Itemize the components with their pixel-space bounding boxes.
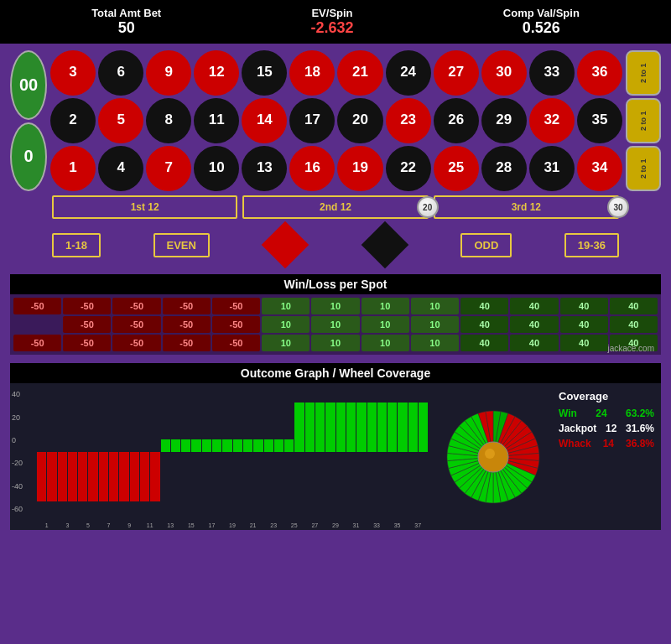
bar-25 bbox=[294, 390, 304, 513]
two-to-one-mid[interactable]: 2 to 1 bbox=[626, 98, 661, 143]
num-cell-13[interactable]: 13 bbox=[242, 146, 287, 191]
num-cell-6[interactable]: 6 bbox=[98, 50, 143, 96]
bar-14 bbox=[181, 390, 190, 513]
num-cell-16[interactable]: 16 bbox=[289, 146, 335, 191]
zeros-col: 00 0 bbox=[10, 50, 47, 191]
total-amt-bet-value: 50 bbox=[91, 19, 161, 37]
num-cell-25[interactable]: 25 bbox=[434, 146, 479, 191]
ball-20: 20 bbox=[417, 196, 439, 218]
bar-26 bbox=[305, 390, 315, 513]
num-cell-15[interactable]: 15 bbox=[242, 50, 287, 96]
bar-28 bbox=[325, 390, 335, 513]
bar-31 bbox=[356, 390, 366, 513]
bet-19-36[interactable]: 19-36 bbox=[564, 233, 619, 257]
wl-cell-2-4: -50 bbox=[212, 335, 260, 351]
two-to-one-top[interactable]: 2 to 1 bbox=[626, 50, 661, 96]
coverage-jackpot-count: 12 bbox=[606, 423, 616, 434]
wl-cell-2-5: 10 bbox=[262, 335, 309, 351]
num-cell-24[interactable]: 24 bbox=[386, 50, 431, 96]
num-cell-34[interactable]: 34 bbox=[577, 146, 622, 191]
num-cell-17[interactable]: 17 bbox=[289, 98, 335, 143]
coverage-jackpot-pct: 31.6% bbox=[626, 423, 654, 434]
num-cell-28[interactable]: 28 bbox=[481, 146, 527, 191]
bet-odd[interactable]: ODD bbox=[460, 233, 512, 257]
coverage-jackpot-row: Jackpot 12 31.6% bbox=[559, 423, 654, 434]
wl-cell-2-11: 40 bbox=[560, 335, 608, 351]
x-axis-labels: 135791113151719212325272931333537 bbox=[37, 522, 428, 528]
wl-cell-1-9: 40 bbox=[460, 316, 508, 333]
num-cell-5[interactable]: 5 bbox=[98, 98, 143, 143]
num-cell-27[interactable]: 27 bbox=[434, 50, 479, 96]
coverage-win-pct: 63.2% bbox=[626, 408, 654, 419]
bar-6 bbox=[99, 390, 108, 513]
bar-18 bbox=[222, 390, 231, 513]
total-amt-bet-col: Total Amt Bet 50 bbox=[91, 7, 161, 37]
num-cell-12[interactable]: 12 bbox=[194, 50, 239, 96]
num-cell-29[interactable]: 29 bbox=[481, 98, 527, 143]
comp-val-spin-value: 0.526 bbox=[503, 19, 580, 37]
black-diamond[interactable] bbox=[362, 221, 409, 269]
dozen2-bet[interactable]: 2nd 12 20 bbox=[242, 195, 428, 219]
outcome-content: 40 20 0 -20 -40 -60 13579111315171921232… bbox=[10, 383, 661, 530]
dozen1-bet[interactable]: 1st 12 bbox=[52, 195, 237, 219]
num-cell-8[interactable]: 8 bbox=[146, 98, 191, 143]
bar-4 bbox=[78, 390, 87, 513]
red-diamond-wrapper bbox=[262, 224, 309, 266]
num-cell-11[interactable]: 11 bbox=[194, 98, 239, 143]
wl-cell-0-0: -50 bbox=[13, 298, 61, 314]
bar-36 bbox=[408, 390, 418, 513]
coverage-title: Coverage bbox=[559, 390, 654, 402]
wl-cell-0-11: 40 bbox=[560, 298, 608, 314]
bar-23 bbox=[274, 390, 283, 513]
dozen3-bet[interactable]: 3rd 12 30 bbox=[434, 195, 619, 219]
num-cell-10[interactable]: 10 bbox=[194, 146, 239, 191]
zero-0[interactable]: 0 bbox=[10, 122, 47, 192]
y-axis-labels: 40 20 0 -20 -40 -60 bbox=[12, 390, 23, 513]
wl-cell-1-1: -50 bbox=[63, 316, 111, 333]
num-cell-26[interactable]: 26 bbox=[434, 98, 479, 143]
num-cell-19[interactable]: 19 bbox=[337, 146, 382, 191]
wl-cell-0-1: -50 bbox=[63, 298, 111, 314]
bars-container bbox=[37, 390, 428, 513]
wl-cell-0-7: 10 bbox=[362, 298, 409, 314]
bar-5 bbox=[88, 390, 97, 513]
bar-30 bbox=[346, 390, 356, 513]
wheel-svg bbox=[443, 407, 544, 507]
num-cell-9[interactable]: 9 bbox=[146, 50, 191, 96]
num-cell-36[interactable]: 36 bbox=[577, 50, 622, 96]
wl-cell-2-0: -50 bbox=[13, 335, 61, 351]
bet-1-18[interactable]: 1-18 bbox=[52, 233, 101, 257]
num-cell-30[interactable]: 30 bbox=[481, 50, 527, 96]
zero-00[interactable]: 00 bbox=[10, 50, 47, 120]
num-cell-31[interactable]: 31 bbox=[529, 146, 575, 191]
wl-cell-2-9: 40 bbox=[460, 335, 508, 351]
bet-even[interactable]: EVEN bbox=[153, 233, 210, 257]
num-cell-32[interactable]: 32 bbox=[529, 98, 575, 143]
winloss-title: Win/Loss per Spot bbox=[10, 274, 661, 294]
num-cell-33[interactable]: 33 bbox=[529, 50, 575, 96]
num-cell-4[interactable]: 4 bbox=[98, 146, 143, 191]
num-cell-14[interactable]: 14 bbox=[242, 98, 287, 143]
coverage-whack-row: Whack 14 36.8% bbox=[559, 438, 654, 449]
outcome-section: Outcome Graph / Wheel Coverage 40 20 0 -… bbox=[0, 363, 671, 535]
num-cell-1[interactable]: 1 bbox=[50, 146, 96, 191]
num-cell-21[interactable]: 21 bbox=[337, 50, 382, 96]
num-cell-35[interactable]: 35 bbox=[577, 98, 622, 143]
wl-cell-2-8: 10 bbox=[411, 335, 459, 351]
num-cell-18[interactable]: 18 bbox=[289, 50, 335, 96]
num-cell-22[interactable]: 22 bbox=[386, 146, 431, 191]
num-cell-20[interactable]: 20 bbox=[337, 98, 382, 143]
num-cell-2[interactable]: 2 bbox=[50, 98, 96, 143]
two-to-one-col: 2 to 1 2 to 1 2 to 1 bbox=[626, 50, 661, 191]
num-cell-3[interactable]: 3 bbox=[50, 50, 96, 96]
coverage-win-label: Win bbox=[559, 408, 577, 419]
wl-cell-0-4: -50 bbox=[212, 298, 260, 314]
red-diamond[interactable] bbox=[262, 221, 309, 269]
bar-20 bbox=[243, 390, 252, 513]
total-amt-bet-label: Total Amt Bet bbox=[91, 7, 161, 19]
coverage-whack-count: 14 bbox=[603, 438, 614, 449]
wl-cell-1-8: 10 bbox=[411, 316, 459, 333]
num-cell-23[interactable]: 23 bbox=[386, 98, 431, 143]
two-to-one-bot[interactable]: 2 to 1 bbox=[626, 146, 661, 191]
num-cell-7[interactable]: 7 bbox=[146, 146, 191, 191]
